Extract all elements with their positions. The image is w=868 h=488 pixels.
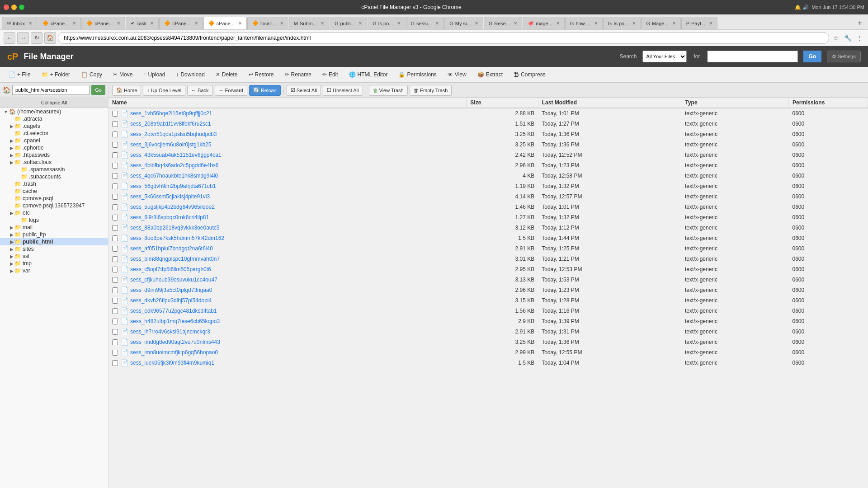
html-editor-button[interactable]: 🌐 HTML Editor [344,68,393,81]
tab-close-icon[interactable]: ✕ [28,21,32,26]
tab-close-icon[interactable]: ✕ [238,21,242,26]
tree-item-13[interactable]: ▶📁cpmove.psql.1365723947 [0,202,108,209]
table-row[interactable]: 📄 sess_dkvh26fipu3dlhj57pi54dopi4 3.15 K… [108,296,868,306]
browser-tab-1[interactable]: 🔶cPane...✕ [38,17,81,29]
file-name[interactable]: sess_6i9r8i6spbqc0rok6cri4ilp81 [130,214,209,221]
file-name[interactable]: sess_af051hplul7bndgqt2na6t6l40 [130,245,213,252]
url-bar[interactable] [58,32,829,44]
tab-close-icon[interactable]: ✕ [475,21,478,26]
file-name[interactable]: sess_blm88qngplspc10gfmmvaht0n7 [130,256,220,262]
collapse-all-button[interactable]: Collapse All [0,97,108,108]
tree-item-19[interactable]: ▶📁sites [0,245,108,253]
settings-button[interactable]: ⚙ Settings [827,51,861,62]
file-name[interactable]: sess_imd0g8ed90agt2vu7u0nlms443 [130,339,220,345]
forward-nav-button[interactable]: → [17,32,29,44]
tree-item-15[interactable]: ▶📁logs [0,216,108,224]
file-name[interactable]: sess_5k66ssm5cjlakisj4pite91vi3 [130,193,210,200]
file-name[interactable]: sess_d9im99j3a5ct0iplgd73rigaa0 [130,287,212,293]
view-trash-button[interactable]: 🗑 View Trash [369,85,408,96]
back-nav-button[interactable]: ← [4,32,15,44]
browser-tab-9[interactable]: GIs po...✕ [368,17,406,29]
tab-close-icon[interactable]: ✕ [709,21,712,26]
browser-tab-2[interactable]: 🔶cPane...✕ [81,17,125,29]
file-name[interactable]: sess_4bibfbq4s6ado2c5pgdd6e4bs6 [130,162,219,169]
move-button[interactable]: ✂ Move [108,68,137,81]
browser-tab-7[interactable]: MSubm...✕ [289,17,329,29]
tab-close-icon[interactable]: ✕ [321,21,324,26]
tree-item-2[interactable]: ▶📁.cagefs [0,122,108,130]
tree-item-16[interactable]: ▶📁mail [0,224,108,231]
row-checkbox[interactable] [112,121,118,127]
reload-button[interactable]: 🔄 Reload [249,85,281,96]
up-one-level-button[interactable]: ↑ Up One Level [143,85,185,96]
browser-tab-17[interactable]: PPayt...✕ [681,17,718,29]
tab-close-icon[interactable]: ✕ [594,21,598,26]
tree-item-9[interactable]: ▶📁.subaccounts [0,173,108,180]
table-row[interactable]: 📄 sess_208tr9ab1f1vv8lfekf6ru2sc1 1.51 K… [108,119,868,129]
table-row[interactable]: 📄 sess_edk96577u2pgc481dksdlftab1 1.56 K… [108,306,868,316]
row-checkbox[interactable] [112,298,118,304]
forward-button[interactable]: → Forward [215,85,247,96]
file-name[interactable]: sess_ih7rro4v6sksi91ajncmckqr3 [130,328,210,335]
table-row[interactable]: 📄 sess_5k66ssm5cjlakisj4pite91vi3 4.14 K… [108,192,868,202]
table-row[interactable]: 📄 sess_ih7rro4v6sksi91ajncmckqr3 2.91 KB… [108,327,868,337]
tab-close-icon[interactable]: ✕ [359,21,362,26]
maximize-btn[interactable] [19,5,24,10]
path-go-button[interactable]: Go [91,85,105,95]
file-name[interactable]: sess_cfjkuhoub39osuvuku1cc4ou47 [130,277,217,283]
browser-tab-8[interactable]: Gpubli...✕ [330,17,367,29]
view-button[interactable]: 👁 View [443,68,472,81]
row-checkbox[interactable] [112,246,118,252]
tab-close-icon[interactable]: ✕ [280,21,283,26]
table-row[interactable]: 📄 sess_blm88qngplspc10gfmmvaht0n7 3.01 K… [108,254,868,264]
file-name[interactable]: sess_2otvr51qos1pslsu5bqhudpcb3 [130,131,217,137]
compress-button[interactable]: 🗜 Compress [509,68,551,81]
file-name[interactable]: sess_4qc67hoaukbte1hk8smdg9l4i0 [130,173,218,179]
file-name[interactable]: sess_56gdvh9im2bp9afrjdta671cb1 [130,183,216,189]
download-button[interactable]: ↓ Download [171,68,209,81]
row-checkbox[interactable] [112,204,118,210]
file-name[interactable]: sess_dkvh26fipu3dlhj57pi54dopi4 [130,297,212,304]
row-checkbox[interactable] [112,173,118,179]
table-row[interactable]: 📄 sess_c5opl7tfp5l6llm505pargh0t6 2.95 K… [108,264,868,275]
search-input[interactable] [708,51,798,62]
rename-button[interactable]: ✏ Rename [280,68,316,81]
file-name[interactable]: sess_43k5suab4uk51151ev6ggp4ca1 [130,152,222,158]
table-row[interactable]: 📄 sess_d9im99j3a5ct0iplgd73rigaa0 2.96 K… [108,285,868,296]
path-input[interactable] [12,85,90,95]
bookmark-icon[interactable]: ☆ [831,33,841,43]
row-checkbox[interactable] [112,308,118,314]
row-checkbox[interactable] [112,329,118,335]
table-row[interactable]: 📄 sess_43k5suab4uk51151ev6ggp4ca1 2.42 K… [108,150,868,160]
table-row[interactable]: 📄 sess_4bibfbq4s6ado2c5pgdd6e4bs6 2.96 K… [108,160,868,171]
empty-trash-button[interactable]: 🗑 Empty Trash [410,85,452,96]
file-name[interactable]: sess_1vb56hqe2l15et8p9qffjj0c21 [130,110,212,117]
browser-tab-16[interactable]: GMage...✕ [641,17,680,29]
home-button[interactable]: 🏠 Home [112,85,141,96]
file-name[interactable]: sess_8oo8pe7ksk5hdmm57ki42dm162 [130,235,224,241]
menu-icon[interactable]: ⋮ [854,33,864,43]
tab-close-icon[interactable]: ✕ [514,21,517,26]
row-checkbox[interactable] [112,142,118,148]
row-checkbox[interactable] [112,183,118,189]
unselect-all-button[interactable]: ☐ Unselect All [323,85,363,96]
table-row[interactable]: 📄 sess_imd0g8ed90agt2vu7u0nlms443 3.25 K… [108,337,868,347]
table-row[interactable]: 📄 sess_af051hplul7bndgqt2na6t6l40 2.91 K… [108,244,868,254]
table-row[interactable]: 📄 sess_h482ulbp1mq7iese6cb65kqpo3 2.9 KB… [108,316,868,327]
browser-tab-3[interactable]: ✔Task✕ [126,17,159,29]
browser-tab-10[interactable]: Gsessi...✕ [406,17,444,29]
new-folder-button[interactable]: 📁 + Folder [37,68,75,81]
copy-button[interactable]: 📋 Copy [76,68,107,81]
search-scope-select[interactable]: All Your Files This Directory [642,51,687,62]
row-checkbox[interactable] [112,152,118,158]
browser-tab-0[interactable]: ✉Inbox✕ [2,17,37,29]
new-tab-button[interactable]: + [854,17,866,29]
tab-close-icon[interactable]: ✕ [556,21,560,26]
row-checkbox[interactable] [112,215,118,221]
row-checkbox[interactable] [112,267,118,272]
tree-item-11[interactable]: ▶📁cache [0,188,108,195]
tab-close-icon[interactable]: ✕ [117,21,120,26]
table-row[interactable]: 📄 sess_iuek05fjk3l9m93fl4m9kumiq1 1.5 KB… [108,358,868,368]
file-name[interactable]: sess_h482ulbp1mq7iese6cb65kqpo3 [130,318,220,324]
table-row[interactable]: 📄 sess_56gdvh9im2bp9afrjdta671cb1 1.19 K… [108,181,868,192]
